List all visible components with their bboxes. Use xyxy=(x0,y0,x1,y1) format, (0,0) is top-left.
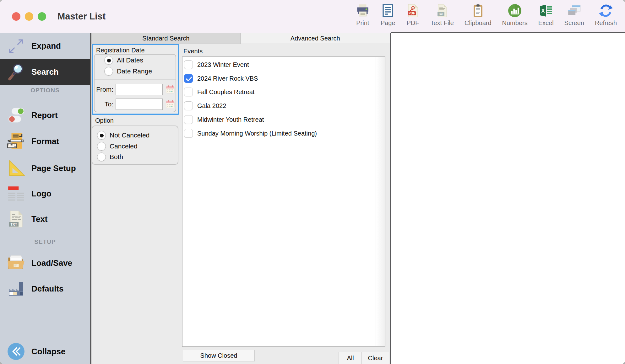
sidebar-item-collapse[interactable]: Collapse xyxy=(0,339,90,364)
sidebar-item-format[interactable]: Format xyxy=(0,129,90,154)
group-divider xyxy=(95,79,176,79)
numbers-chart-icon xyxy=(508,3,522,19)
title-bar: Master List Print Page PDF PDF xyxy=(0,0,625,33)
excel-button[interactable]: X Excel xyxy=(538,3,554,27)
sidebar-section-setup: SETUP xyxy=(0,238,90,245)
sidebar-section-options: OPTIONS xyxy=(0,87,90,94)
clear-selection-button[interactable]: Clear xyxy=(361,352,389,364)
print-button[interactable]: Print xyxy=(356,3,370,27)
zoom-button[interactable] xyxy=(38,12,46,21)
clipboard-button[interactable]: Clipboard xyxy=(465,3,492,27)
option-title: Option xyxy=(95,117,114,124)
date-range-radio[interactable] xyxy=(104,67,113,76)
event-checkbox[interactable] xyxy=(184,115,193,124)
svg-text:TXT: TXT xyxy=(11,222,17,226)
set-square-icon xyxy=(5,159,27,177)
to-label: To: xyxy=(95,100,113,108)
date-range-label: Date Range xyxy=(117,67,152,75)
option-box: Not Canceled Canceled Both xyxy=(92,126,178,165)
printer-icon xyxy=(356,3,370,19)
sidebar-item-load-save[interactable]: Load/Save xyxy=(0,250,90,276)
minimize-button[interactable] xyxy=(25,12,33,21)
sidebar-item-text[interactable]: TXT Text xyxy=(0,206,90,232)
refresh-arrows-icon xyxy=(598,3,613,19)
select-all-button[interactable]: All xyxy=(339,352,361,364)
event-row[interactable]: Midwinter Youth Retreat xyxy=(184,114,264,125)
all-dates-label: All Dates xyxy=(117,56,143,64)
svg-text:PDF: PDF xyxy=(409,12,415,15)
screen-windows-icon xyxy=(567,3,581,19)
registration-date-box: All Dates Date Range From: To: xyxy=(94,54,176,112)
events-list: 2023 Winter Event 2024 River Rock VBS Fa… xyxy=(182,56,385,347)
from-label: From: xyxy=(95,86,113,93)
registration-date-group: Registration Date All Dates Date Range F… xyxy=(92,44,179,115)
tab-standard-search[interactable]: Standard Search xyxy=(91,33,241,44)
registration-date-title: Registration Date xyxy=(96,47,145,54)
format-document-icon xyxy=(5,132,27,150)
clipboard-icon xyxy=(471,3,485,19)
event-checkbox[interactable] xyxy=(184,60,193,69)
text-file-button[interactable]: TXT Text File xyxy=(430,3,454,27)
event-checkbox[interactable] xyxy=(184,74,193,83)
svg-text:X: X xyxy=(541,8,545,14)
collapse-circle-icon xyxy=(5,342,27,361)
svg-text:TXT: TXT xyxy=(438,12,444,15)
results-pane xyxy=(391,32,625,364)
window-title: Master List xyxy=(57,0,106,33)
event-row[interactable]: 2024 River Rock VBS xyxy=(184,73,258,84)
event-checkbox[interactable] xyxy=(184,129,193,138)
sidebar-item-page-setup[interactable]: Page Setup xyxy=(0,156,90,181)
show-closed-button[interactable]: Show Closed xyxy=(183,350,255,361)
all-dates-radio[interactable] xyxy=(104,56,113,65)
page-icon xyxy=(381,3,395,19)
events-scrollbar[interactable] xyxy=(376,57,385,346)
not-canceled-label: Not Canceled xyxy=(110,131,149,139)
expand-arrows-icon xyxy=(5,37,27,55)
tab-advanced-search[interactable]: Advanced Search xyxy=(241,33,390,44)
sidebar-item-expand[interactable]: Expand xyxy=(0,33,90,59)
screen-button[interactable]: Screen xyxy=(564,3,584,27)
search-panel: Standard Search Advanced Search Registra… xyxy=(90,33,391,364)
sidebar-item-report[interactable]: Report xyxy=(0,103,90,128)
canceled-label: Canceled xyxy=(110,142,138,150)
calendar-icon xyxy=(166,84,175,94)
numbers-button[interactable]: Numbers xyxy=(502,3,528,27)
from-date-input[interactable] xyxy=(116,84,163,95)
sidebar-item-defaults[interactable]: Defaults xyxy=(0,276,90,301)
txt-file-icon: TXT xyxy=(435,3,449,19)
excel-icon: X xyxy=(539,3,553,19)
toolbar: Print Page PDF PDF TXT Text File xyxy=(356,3,617,27)
toggles-icon xyxy=(5,106,27,124)
open-folder-icon xyxy=(5,254,27,272)
event-checkbox[interactable] xyxy=(184,88,193,96)
event-row[interactable]: 2023 Winter Event xyxy=(184,59,249,70)
tab-bar: Standard Search Advanced Search xyxy=(91,33,390,44)
to-calendar-button[interactable] xyxy=(165,99,175,109)
event-row[interactable]: Fall Couples Retreat xyxy=(184,87,254,97)
event-row[interactable]: Sunday Morning Worship (Limited Seating) xyxy=(184,128,317,139)
close-button[interactable] xyxy=(12,12,20,21)
event-checkbox[interactable] xyxy=(184,101,193,110)
sidebar-item-logo[interactable]: Logo xyxy=(0,181,90,206)
logo-placeholder-icon xyxy=(5,185,27,203)
txt-document-icon: TXT xyxy=(5,210,27,228)
refresh-button[interactable]: Refresh xyxy=(595,3,617,27)
magnifier-icon xyxy=(5,63,27,81)
pdf-file-icon: PDF xyxy=(406,3,420,19)
select-buttons: All Clear xyxy=(339,352,389,364)
not-canceled-radio[interactable] xyxy=(97,131,106,140)
both-radio[interactable] xyxy=(97,153,106,161)
sidebar: Expand Search OPTIONS Report Format xyxy=(0,33,90,364)
events-title: Events xyxy=(183,48,203,55)
from-calendar-button[interactable] xyxy=(165,84,175,94)
traffic-lights xyxy=(12,12,46,21)
event-row[interactable]: Gala 2022 xyxy=(184,100,226,111)
calendar-icon xyxy=(166,99,175,109)
sidebar-item-search[interactable]: Search xyxy=(0,59,90,85)
pdf-button[interactable]: PDF PDF xyxy=(406,3,420,27)
page-button[interactable]: Page xyxy=(381,3,395,27)
canceled-radio[interactable] xyxy=(97,142,106,151)
to-date-input[interactable] xyxy=(116,99,163,110)
both-label: Both xyxy=(110,153,123,161)
factory-icon xyxy=(5,280,27,297)
